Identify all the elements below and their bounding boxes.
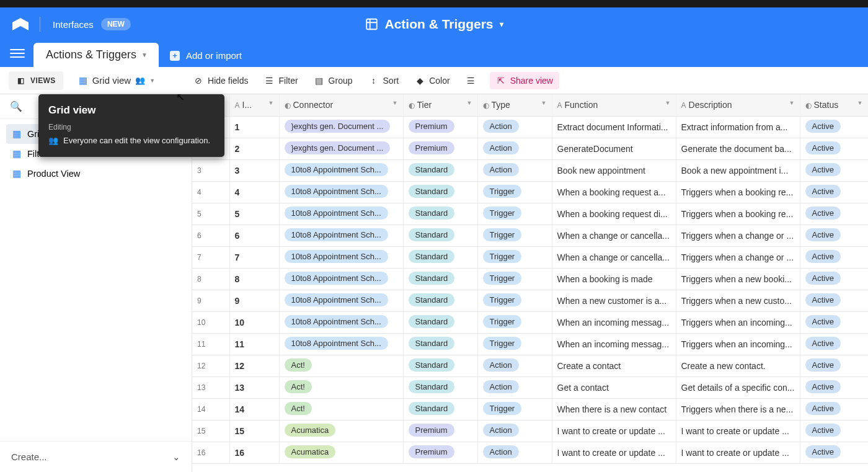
cell-function[interactable]: When a booking is made bbox=[552, 268, 676, 290]
cell-id[interactable]: 9 bbox=[229, 290, 279, 311]
cell-type[interactable]: Trigger bbox=[477, 333, 552, 355]
airtable-logo-icon[interactable] bbox=[12, 18, 29, 30]
cell-tier[interactable]: Premium bbox=[403, 138, 477, 159]
cell-connector[interactable]: 10to8 Appointment Sch... bbox=[279, 333, 403, 355]
data-grid[interactable]: AI...▼ ◐Connector▼ ◐Tier▼ ◐Type▼ AFuncti… bbox=[192, 94, 868, 472]
cell-description[interactable]: Triggers when a new custo... bbox=[676, 290, 800, 311]
cell-rownum[interactable]: 14 bbox=[192, 398, 229, 420]
cell-status[interactable]: Active bbox=[800, 311, 868, 333]
sort-button[interactable]: ↕Sort bbox=[363, 72, 405, 89]
cell-description[interactable]: Triggers when a new booki... bbox=[676, 268, 800, 290]
cell-status[interactable]: Active bbox=[800, 203, 868, 225]
cell-type[interactable]: Action bbox=[477, 116, 552, 138]
cell-function[interactable]: I want to create or update ... bbox=[552, 420, 676, 442]
cell-tier[interactable]: Standard bbox=[403, 290, 477, 311]
cell-type[interactable]: Action bbox=[477, 159, 552, 181]
cell-function[interactable]: Create a contact bbox=[552, 355, 676, 376]
cell-rownum[interactable]: 4 bbox=[192, 181, 229, 203]
cell-status[interactable]: Active bbox=[800, 181, 868, 203]
table-row[interactable]: 1616AcumaticaPremiumActionI want to crea… bbox=[192, 442, 868, 463]
cell-connector[interactable]: 10to8 Appointment Sch... bbox=[279, 246, 403, 268]
cell-description[interactable]: Create a new contact. bbox=[676, 355, 800, 376]
cell-id[interactable]: 4 bbox=[229, 181, 279, 203]
menu-icon[interactable] bbox=[10, 46, 25, 61]
cell-description[interactable]: Generate the document ba... bbox=[676, 138, 800, 159]
cell-type[interactable]: Action bbox=[477, 138, 552, 159]
cell-tier[interactable]: Premium bbox=[403, 116, 477, 138]
table-row[interactable]: 22}exghts gen. Document ...PremiumAction… bbox=[192, 138, 868, 159]
cell-type[interactable]: Action bbox=[477, 442, 552, 463]
cell-connector[interactable]: 10to8 Appointment Sch... bbox=[279, 181, 403, 203]
cell-connector[interactable]: }exghts gen. Document ... bbox=[279, 116, 403, 138]
cell-type[interactable]: Trigger bbox=[477, 268, 552, 290]
share-view-button[interactable]: ⇱Share view bbox=[490, 72, 559, 89]
cell-connector[interactable]: Acumatica bbox=[279, 442, 403, 463]
cell-connector[interactable]: }exghts gen. Document ... bbox=[279, 138, 403, 159]
cell-tier[interactable]: Standard bbox=[403, 181, 477, 203]
cell-rownum[interactable]: 16 bbox=[192, 442, 229, 463]
cell-tier[interactable]: Standard bbox=[403, 398, 477, 420]
cell-tier[interactable]: Standard bbox=[403, 376, 477, 398]
cell-function[interactable]: When a change or cancella... bbox=[552, 225, 676, 246]
cell-connector[interactable]: 10to8 Appointment Sch... bbox=[279, 311, 403, 333]
cell-function[interactable]: When a booking request a... bbox=[552, 181, 676, 203]
cell-status[interactable]: Active bbox=[800, 290, 868, 311]
sidebar-item-product-view[interactable]: ▦Product View bbox=[6, 164, 185, 184]
cell-function[interactable]: When a booking request di... bbox=[552, 203, 676, 225]
cell-function[interactable]: When an incoming messag... bbox=[552, 311, 676, 333]
cell-id[interactable]: 11 bbox=[229, 333, 279, 355]
filter-button[interactable]: ☰Filter bbox=[258, 72, 304, 89]
header-tier[interactable]: ◐Tier▼ bbox=[403, 94, 477, 116]
cell-status[interactable]: Active bbox=[800, 138, 868, 159]
cell-description[interactable]: Book a new appointment i... bbox=[676, 159, 800, 181]
base-title[interactable]: Action & Triggers ▾ bbox=[365, 17, 503, 32]
cell-description[interactable]: I want to create or update ... bbox=[676, 442, 800, 463]
cell-connector[interactable]: Act! bbox=[279, 398, 403, 420]
cell-id[interactable]: 3 bbox=[229, 159, 279, 181]
cell-id[interactable]: 10 bbox=[229, 311, 279, 333]
cell-type[interactable]: Trigger bbox=[477, 181, 552, 203]
table-row[interactable]: 7710to8 Appointment Sch...StandardTrigge… bbox=[192, 246, 868, 268]
cell-rownum[interactable]: 11 bbox=[192, 333, 229, 355]
header-connector[interactable]: ◐Connector▼ bbox=[279, 94, 403, 116]
cell-description[interactable]: Triggers when a booking re... bbox=[676, 203, 800, 225]
cell-description[interactable]: Triggers when an incoming... bbox=[676, 333, 800, 355]
cell-status[interactable]: Active bbox=[800, 268, 868, 290]
cell-tier[interactable]: Standard bbox=[403, 203, 477, 225]
cell-status[interactable]: Active bbox=[800, 159, 868, 181]
cell-type[interactable]: Trigger bbox=[477, 203, 552, 225]
cell-rownum[interactable]: 13 bbox=[192, 376, 229, 398]
cell-id[interactable]: 16 bbox=[229, 442, 279, 463]
cell-status[interactable]: Active bbox=[800, 225, 868, 246]
cell-rownum[interactable]: 3 bbox=[192, 159, 229, 181]
table-row[interactable]: 101010to8 Appointment Sch...StandardTrig… bbox=[192, 311, 868, 333]
cell-type[interactable]: Trigger bbox=[477, 290, 552, 311]
cell-connector[interactable]: Act! bbox=[279, 376, 403, 398]
cell-rownum[interactable]: 5 bbox=[192, 203, 229, 225]
header-status[interactable]: ◐Status▼ bbox=[800, 94, 868, 116]
table-row[interactable]: 1515AcumaticaPremiumActionI want to crea… bbox=[192, 420, 868, 442]
cell-tier[interactable]: Standard bbox=[403, 268, 477, 290]
cell-status[interactable]: Active bbox=[800, 355, 868, 376]
cell-type[interactable]: Trigger bbox=[477, 246, 552, 268]
cell-connector[interactable]: 10to8 Appointment Sch... bbox=[279, 225, 403, 246]
cell-type[interactable]: Action bbox=[477, 420, 552, 442]
cell-tier[interactable]: Standard bbox=[403, 355, 477, 376]
interfaces-link[interactable]: Interfaces bbox=[53, 19, 94, 30]
table-row[interactable]: 3310to8 Appointment Sch...StandardAction… bbox=[192, 159, 868, 181]
cell-id[interactable]: 14 bbox=[229, 398, 279, 420]
cell-connector[interactable]: Acumatica bbox=[279, 420, 403, 442]
table-row[interactable]: 1414Act!StandardTriggerWhen there is a n… bbox=[192, 398, 868, 420]
cell-function[interactable]: When there is a new contact bbox=[552, 398, 676, 420]
cell-function[interactable]: Book new appointment bbox=[552, 159, 676, 181]
cell-function[interactable]: I want to create or update ... bbox=[552, 442, 676, 463]
add-table-button[interactable]: + Add or import bbox=[159, 50, 253, 61]
cell-id[interactable]: 7 bbox=[229, 246, 279, 268]
current-view-button[interactable]: ▦ Grid view 👥 ▼ bbox=[72, 71, 161, 89]
color-button[interactable]: ◆Color bbox=[409, 72, 456, 89]
cell-description[interactable]: Get details of a specific con... bbox=[676, 376, 800, 398]
cell-type[interactable]: Trigger bbox=[477, 225, 552, 246]
cell-id[interactable]: 8 bbox=[229, 268, 279, 290]
cell-connector[interactable]: 10to8 Appointment Sch... bbox=[279, 290, 403, 311]
header-description[interactable]: ADescription▼ bbox=[676, 94, 800, 116]
